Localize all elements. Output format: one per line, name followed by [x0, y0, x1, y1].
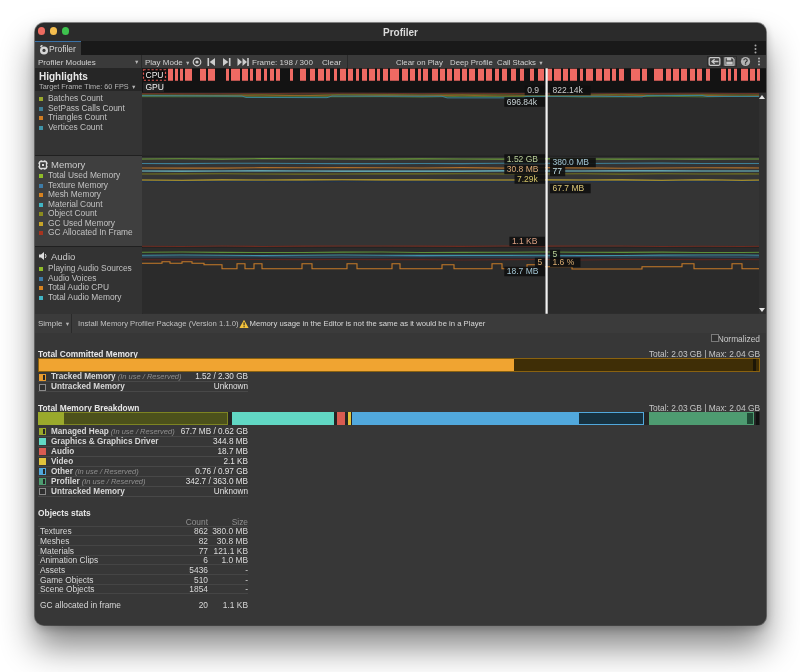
svg-text:1.6 %: 1.6 % — [553, 257, 575, 267]
svg-text:7.29k: 7.29k — [517, 174, 539, 184]
svg-text:18.7 MB: 18.7 MB — [507, 266, 539, 276]
svg-text:67.7 MB: 67.7 MB — [553, 183, 585, 193]
svg-text:0.9: 0.9 — [527, 85, 539, 95]
svg-text:822.14k: 822.14k — [553, 85, 584, 95]
svg-text:77: 77 — [553, 166, 563, 176]
svg-text:30.8 MB: 30.8 MB — [507, 164, 539, 174]
svg-text:CPU: CPU — [146, 70, 164, 80]
svg-text:1.52 GB: 1.52 GB — [507, 154, 539, 164]
svg-text:696.84k: 696.84k — [507, 97, 538, 107]
svg-text:GPU: GPU — [146, 82, 164, 92]
svg-text:1.1 KB: 1.1 KB — [512, 236, 538, 246]
